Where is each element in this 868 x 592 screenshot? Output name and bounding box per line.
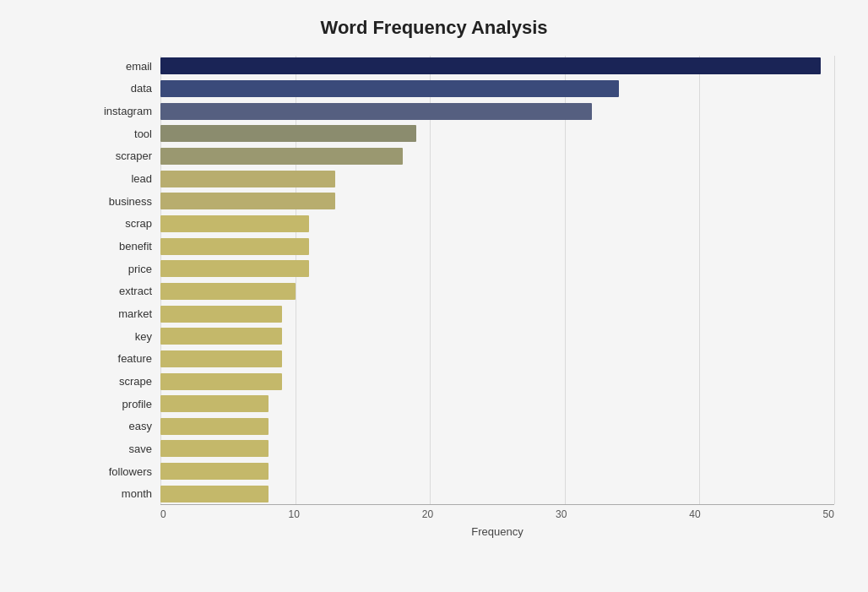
bar-fill: [160, 193, 335, 209]
bar-fill: [160, 260, 309, 277]
bar-row: market: [160, 303, 834, 324]
bar-label: data: [84, 82, 160, 95]
bar-row: scrap: [160, 214, 834, 235]
bar-label: instagram: [84, 105, 160, 117]
bar-label: followers: [84, 465, 160, 478]
x-axis: 0 10 20 30 40 50 Frequency: [160, 504, 834, 538]
bar-label: scrape: [84, 375, 160, 388]
bar-row: save: [160, 438, 834, 459]
bar-fill: [160, 373, 282, 390]
bar-row: key: [160, 326, 834, 347]
bar-label: benefit: [84, 240, 160, 253]
bar-fill: [160, 238, 309, 255]
bar-label: key: [84, 330, 160, 343]
bar-fill: [160, 283, 296, 300]
bars-container: emaildatainstagramtoolscraperleadbusines…: [160, 56, 834, 504]
x-tick-5: 50: [823, 508, 834, 520]
bar-fill: [160, 148, 403, 165]
bar-label: save: [84, 443, 160, 455]
bar-fill: [160, 171, 335, 187]
bar-fill: [160, 350, 282, 367]
bar-row: business: [160, 191, 834, 212]
bar-fill: [160, 215, 309, 232]
bar-row: email: [160, 56, 834, 77]
bar-row: price: [160, 258, 834, 280]
x-tick-0: 0: [160, 508, 166, 520]
bar-row: followers: [160, 461, 834, 482]
bar-row: scrape: [160, 371, 834, 392]
bar-label: price: [84, 263, 160, 275]
bar-label: scraper: [84, 149, 160, 162]
bar-fill: [160, 486, 269, 502]
bar-label: lead: [84, 172, 160, 185]
bar-fill: [160, 125, 416, 142]
bar-fill: [160, 103, 592, 120]
bar-label: profile: [84, 398, 160, 410]
bar-row: data: [160, 79, 834, 100]
bar-label: tool: [84, 128, 160, 140]
x-tick-2: 20: [422, 508, 433, 520]
x-tick-4: 40: [689, 508, 700, 520]
x-tick-3: 30: [556, 508, 567, 520]
bar-row: lead: [160, 168, 834, 189]
bar-label: email: [84, 60, 160, 73]
bar-row: easy: [160, 416, 834, 437]
bar-fill: [160, 418, 269, 435]
x-axis-labels: 0 10 20 30 40 50: [160, 508, 834, 520]
bar-fill: [160, 80, 619, 97]
bar-row: instagram: [160, 100, 834, 122]
bar-label: market: [84, 307, 160, 320]
bar-label: business: [84, 195, 160, 208]
bar-row: month: [160, 483, 834, 504]
bar-fill: [160, 57, 821, 74]
bar-row: scraper: [160, 146, 834, 167]
bar-fill: [160, 440, 269, 457]
bar-label: easy: [84, 420, 160, 432]
x-tick-1: 10: [289, 508, 300, 520]
bar-fill: [160, 463, 269, 480]
bar-label: month: [84, 487, 160, 500]
bar-label: feature: [84, 352, 160, 365]
bar-label: extract: [84, 285, 160, 297]
x-axis-title: Frequency: [160, 525, 834, 538]
chart-title: Word Frequency Analysis: [34, 17, 834, 39]
bar-row: tool: [160, 123, 834, 144]
bar-fill: [160, 328, 282, 345]
bar-row: extract: [160, 281, 834, 302]
bar-label: scrap: [84, 217, 160, 230]
bar-fill: [160, 395, 269, 412]
bar-row: benefit: [160, 236, 834, 257]
bar-fill: [160, 306, 282, 323]
bar-row: profile: [160, 394, 834, 415]
chart-container: Word Frequency Analysis emaildatainstagr…: [0, 0, 868, 592]
bar-row: feature: [160, 349, 834, 370]
